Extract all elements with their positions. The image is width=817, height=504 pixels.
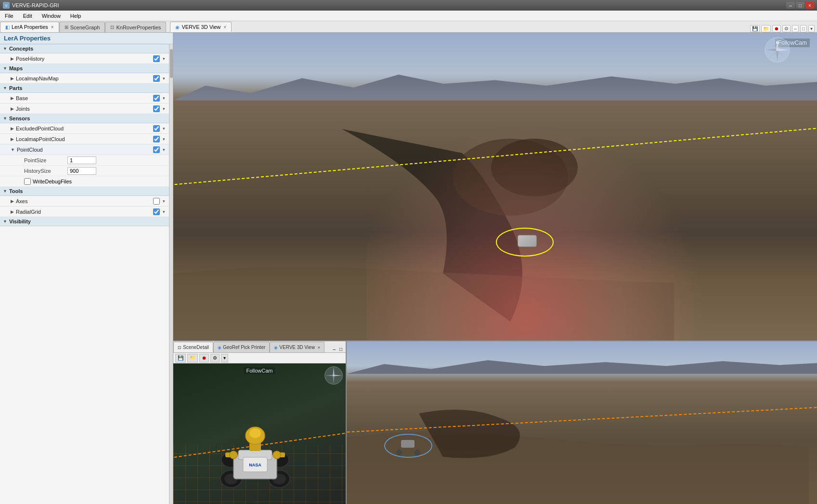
excluded-pc-expand[interactable]: ▶ — [11, 126, 14, 131]
excluded-pc-dropdown[interactable]: ▾ — [162, 126, 166, 131]
bottom-tb-red[interactable]: ⏺ — [199, 354, 209, 362]
radialgrid-checkbox[interactable] — [153, 208, 160, 215]
view-tb-down[interactable]: ▾ — [808, 25, 815, 32]
pose-history-expand[interactable]: ▶ — [11, 56, 14, 61]
right-area: FollowCam — [173, 33, 817, 504]
section-concepts[interactable]: ▼ Concepts — [0, 44, 169, 53]
writedebug-label: WriteDebugFiles — [33, 179, 72, 184]
bottom-min-btn[interactable]: – — [331, 346, 337, 352]
pointcloud-checkbox[interactable] — [153, 146, 160, 153]
excluded-pc-checkbox[interactable] — [153, 125, 160, 132]
view-tb-settings[interactable]: ⚙ — [782, 25, 791, 32]
axes-dropdown[interactable]: ▾ — [162, 198, 166, 204]
sub-prop-pointsize: PointSize — [0, 155, 169, 166]
prop-radialgrid[interactable]: ▶ RadialGrid ▾ — [0, 207, 169, 217]
tools-content: ▶ Axes ▾ ▶ RadialGrid ▾ — [0, 196, 169, 217]
tab-verve-3d-2[interactable]: ◉ VERVE 3D View × — [270, 342, 324, 352]
view-tb-max[interactable]: □ — [800, 25, 807, 32]
menu-bar: File Edit Window Help — [0, 11, 817, 21]
sensors-content: ▶ ExcludedPointCloud ▾ ▶ LocalmapPointCl… — [0, 123, 169, 187]
section-maps[interactable]: ▼ Maps — [0, 64, 169, 73]
radialgrid-expand[interactable]: ▶ — [11, 209, 14, 214]
joints-expand[interactable]: ▶ — [11, 106, 14, 111]
view-tb-circle-red[interactable]: ⏺ — [772, 25, 781, 32]
tab-scene-graph[interactable]: ⊞ SceneGraph — [59, 22, 105, 32]
lera-scrollbar[interactable] — [169, 44, 173, 504]
bottom-left-view: ⊡ SceneDetail ◉ GeoRef Pick Printer ◉ VE… — [173, 341, 347, 504]
bottom-compass — [324, 366, 343, 385]
section-tools[interactable]: ▼ Tools — [0, 187, 169, 196]
localmap-pc-checkbox[interactable] — [153, 136, 160, 142]
radialgrid-label: RadialGrid — [16, 209, 153, 215]
prop-base[interactable]: ▶ Base ▾ — [0, 93, 169, 103]
localmap-pc-label: LocalmapPointCloud — [16, 136, 153, 142]
tab-kn-rover[interactable]: ⊡ KnRoverProperties — [105, 22, 166, 32]
bottom-tb-save[interactable]: 💾 — [175, 354, 186, 362]
base-label: Base — [16, 95, 153, 101]
sensors-collapse-arrow: ▼ — [3, 116, 7, 121]
prop-pose-history[interactable]: ▶ PoseHistory ▾ — [0, 53, 169, 64]
title-bar-controls[interactable]: – □ × — [786, 2, 814, 9]
view-toolbar-right: 💾 📁 ⏺ ⚙ – □ ▾ — [748, 25, 817, 32]
menu-edit[interactable]: Edit — [18, 11, 37, 21]
axes-expand[interactable]: ▶ — [11, 199, 14, 204]
localmap-pc-dropdown[interactable]: ▾ — [162, 136, 166, 142]
joints-checkbox[interactable] — [153, 105, 160, 112]
menu-window[interactable]: Window — [37, 11, 65, 21]
section-visibility[interactable]: ▼ Visibility — [0, 217, 169, 226]
tab-verve-3d[interactable]: ◉ VERVE 3D View × — [170, 22, 232, 32]
prop-excluded-pc[interactable]: ▶ ExcludedPointCloud ▾ — [0, 123, 169, 134]
navmap-checkbox[interactable] — [153, 75, 160, 82]
navmap-expand[interactable]: ▶ — [11, 76, 14, 81]
tab-georef[interactable]: ◉ GeoRef Pick Printer — [213, 342, 270, 352]
base-dropdown[interactable]: ▾ — [162, 95, 166, 101]
bottom-tb-folder[interactable]: 📁 — [187, 354, 198, 362]
view-tb-save[interactable]: 💾 — [750, 25, 760, 32]
prop-localmap-navmap[interactable]: ▶ LocalmapNavMap ▾ — [0, 73, 169, 84]
radialgrid-dropdown[interactable]: ▾ — [162, 209, 166, 215]
base-expand[interactable]: ▶ — [11, 96, 14, 101]
prop-joints[interactable]: ▶ Joints ▾ — [0, 103, 169, 114]
verve-3d-2-close[interactable]: × — [318, 345, 320, 350]
pointcloud-dropdown[interactable]: ▾ — [162, 147, 166, 153]
view-tb-folder[interactable]: 📁 — [761, 25, 771, 32]
joints-dropdown[interactable]: ▾ — [162, 106, 166, 112]
close-button[interactable]: × — [805, 2, 814, 9]
bottom-tb-down[interactable]: ▾ — [221, 354, 228, 362]
tab-close-3d[interactable]: × — [223, 25, 226, 30]
scene-detail-label: SceneDetail — [183, 345, 209, 350]
visibility-content — [0, 226, 169, 241]
prop-axes[interactable]: ▶ Axes ▾ — [0, 196, 169, 207]
pointsize-input[interactable] — [67, 156, 96, 164]
pointcloud-expand[interactable]: ▼ — [11, 147, 15, 152]
historysize-input[interactable] — [67, 167, 96, 175]
section-sensors[interactable]: ▼ Sensors — [0, 114, 169, 123]
menu-help[interactable]: Help — [65, 11, 86, 21]
tab-lera-properties[interactable]: ◧ LerA Properties × — [0, 22, 59, 32]
section-parts[interactable]: ▼ Parts — [0, 84, 169, 93]
localmap-pc-expand[interactable]: ▶ — [11, 137, 14, 142]
prop-pointcloud[interactable]: ▼ PointCloud ▾ — [0, 144, 169, 155]
base-checkbox[interactable] — [153, 95, 160, 102]
bottom-tb-gear[interactable]: ⚙ — [210, 354, 220, 362]
maximize-button[interactable]: □ — [796, 2, 804, 9]
view-tb-min[interactable]: – — [792, 25, 799, 32]
tab-close-lera[interactable]: × — [51, 25, 54, 30]
writedebug-checkbox[interactable] — [24, 178, 31, 185]
menu-file[interactable]: File — [0, 11, 18, 21]
pose-history-dropdown[interactable]: ▾ — [162, 56, 166, 62]
verve-3d-view[interactable]: FollowCam — [173, 33, 817, 340]
lera-scrollbar-thumb[interactable] — [170, 49, 173, 78]
tab-scene-detail[interactable]: ⊡ SceneDetail — [173, 342, 213, 352]
minimize-button[interactable]: – — [786, 2, 795, 9]
visibility-label: Visibility — [9, 219, 31, 224]
pose-history-checkbox[interactable] — [153, 55, 160, 62]
app-title: VERVE-RAPID-GRI — [12, 2, 59, 8]
axes-checkbox[interactable] — [153, 198, 160, 205]
bottom-max-btn[interactable]: □ — [338, 346, 344, 352]
prop-localmap-pc[interactable]: ▶ LocalmapPointCloud ▾ — [0, 134, 169, 144]
navmap-dropdown[interactable]: ▾ — [162, 76, 166, 81]
navmap-label: LocalmapNavMap — [16, 76, 153, 81]
rover-3d — [508, 230, 546, 254]
compass-rose: N — [764, 37, 791, 63]
